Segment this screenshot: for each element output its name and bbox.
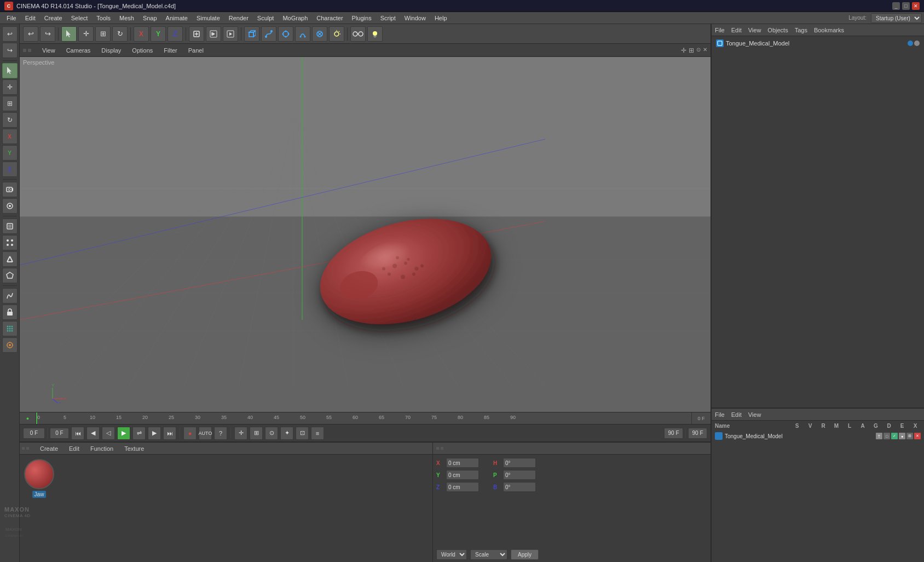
play-button[interactable]: ▶ — [117, 427, 130, 440]
menu-window[interactable]: Window — [400, 14, 430, 22]
play-ping-pong-button[interactable]: ⇌ — [132, 427, 146, 440]
rotate-tool-button[interactable]: ↻ — [2, 112, 18, 128]
toolbar-rotate[interactable]: ↻ — [112, 26, 128, 42]
viewport-icon-3[interactable]: ⊙ — [696, 47, 701, 54]
goto-end-button[interactable]: ⏭ — [163, 427, 176, 440]
motion-btn-6[interactable]: ≡ — [311, 427, 324, 440]
record-button[interactable]: ● — [183, 427, 197, 440]
question-button[interactable]: ? — [214, 427, 227, 440]
tag-2[interactable]: □ — [883, 433, 890, 439]
mat-menu-edit[interactable]: Edit — [67, 444, 82, 453]
obj-menu-objects[interactable]: Objects — [767, 27, 788, 33]
spline-tool-button[interactable] — [2, 288, 18, 303]
attr-row-tongue[interactable]: Tongue_Medical_Model T □ ✓ ● ⊞ ✕ — [715, 431, 921, 441]
obj-menu-tags[interactable]: Tags — [795, 27, 807, 33]
viewport-menu-filter[interactable]: Filter — [161, 46, 179, 55]
drag-handle-2[interactable] — [28, 49, 31, 52]
obj-visibility-dot[interactable] — [908, 41, 913, 46]
menu-sculpt[interactable]: Sculpt — [253, 14, 279, 22]
z-axis-button[interactable]: Z — [2, 162, 18, 177]
toolbar-cube[interactable] — [244, 26, 259, 42]
apply-button[interactable]: Apply — [511, 549, 539, 560]
h-rot-input[interactable] — [503, 458, 536, 468]
toolbar-z[interactable]: Z — [168, 26, 183, 42]
layout-selector[interactable]: Startup (User) — [871, 13, 922, 23]
toolbar-spline2[interactable] — [261, 26, 276, 42]
menu-simulate[interactable]: Simulate — [192, 14, 224, 22]
edge-mode-button[interactable] — [2, 251, 18, 267]
z-pos-input[interactable] — [446, 482, 479, 492]
timeline-ruler[interactable]: 0 5 10 15 20 25 30 35 40 45 50 55 60 65 … — [36, 412, 691, 424]
viewport-icon-4[interactable]: ✕ — [703, 47, 707, 54]
viewport-menu-display[interactable]: Display — [99, 46, 123, 55]
toolbar-glasses[interactable] — [350, 26, 366, 42]
motion-btn-3[interactable]: ⊙ — [265, 427, 278, 440]
polygon-mode-button[interactable] — [2, 268, 18, 283]
coord-space-dropdown[interactable]: World Local — [436, 549, 467, 560]
tag-3[interactable]: ✓ — [891, 433, 898, 439]
menu-plugins[interactable]: Plugins — [348, 14, 376, 22]
x-axis-button[interactable]: X — [2, 129, 18, 144]
toolbar-keyframe[interactable] — [189, 26, 204, 42]
toolbar-null[interactable] — [312, 26, 327, 42]
motion-btn-4[interactable]: ✦ — [280, 427, 293, 440]
toolbar-x[interactable]: X — [134, 26, 149, 42]
tag-5[interactable]: ⊞ — [906, 433, 913, 439]
toolbar-y[interactable]: Y — [151, 26, 166, 42]
viewport-menu-options[interactable]: Options — [130, 46, 155, 55]
obj-item-tongue[interactable]: Tongue_Medical_Model — [714, 38, 922, 48]
obj-render-dot[interactable] — [914, 41, 920, 46]
maximize-button[interactable]: □ — [902, 2, 910, 10]
viewport-icon-2[interactable]: ⊞ — [689, 47, 694, 54]
attr-menu-view[interactable]: View — [748, 411, 761, 418]
viewport-menu-cameras[interactable]: Cameras — [64, 46, 93, 55]
tag-1[interactable]: T — [876, 433, 882, 439]
playback-end-input[interactable] — [664, 428, 683, 439]
menu-file[interactable]: File — [2, 14, 21, 22]
autokey-button[interactable]: AUTO — [199, 427, 212, 440]
tag-close[interactable]: ✕ — [914, 433, 921, 439]
menu-select[interactable]: Select — [67, 14, 93, 22]
point-mode-button[interactable] — [2, 235, 18, 250]
menu-script[interactable]: Script — [376, 14, 400, 22]
toolbar-playback2[interactable] — [223, 26, 238, 42]
obj-menu-file[interactable]: File — [715, 27, 725, 33]
menu-tools[interactable]: Tools — [92, 14, 115, 22]
y-axis-button[interactable]: Y — [2, 145, 18, 160]
viewport-menu-panel[interactable]: Panel — [186, 46, 206, 55]
coord-transform-dropdown[interactable]: Scale Position Rotation — [470, 549, 507, 560]
toolbar-playback1[interactable] — [206, 26, 221, 42]
menu-edit[interactable]: Edit — [21, 14, 40, 22]
obj-menu-edit[interactable]: Edit — [731, 27, 742, 33]
menu-animate[interactable]: Animate — [161, 14, 192, 22]
snap-button[interactable] — [2, 337, 18, 353]
render-button[interactable] — [2, 198, 18, 214]
scale-tool-button[interactable]: ⊞ — [2, 96, 18, 111]
playback-start-input[interactable] — [50, 428, 69, 439]
attr-menu-file[interactable]: File — [715, 411, 725, 418]
play-reverse-button[interactable]: ◁ — [102, 427, 115, 440]
close-button[interactable]: ✕ — [912, 2, 920, 10]
next-frame-button[interactable]: ▶ — [148, 427, 161, 440]
undo-button[interactable]: ↩ — [2, 26, 18, 42]
toolbar-subdiv[interactable] — [278, 26, 293, 42]
toolbar-select-live[interactable] — [61, 26, 77, 42]
toolbar-move[interactable]: ✛ — [78, 26, 94, 42]
grid-button[interactable] — [2, 321, 18, 336]
toolbar-deform[interactable] — [295, 26, 310, 42]
mat-menu-texture[interactable]: Texture — [122, 444, 146, 453]
menu-create[interactable]: Create — [40, 14, 67, 22]
motion-btn-5[interactable]: ⊡ — [296, 427, 309, 440]
select-tool-button[interactable] — [2, 63, 18, 78]
menu-character[interactable]: Character — [312, 14, 347, 22]
menu-mesh[interactable]: Mesh — [115, 14, 138, 22]
mat-drag-2[interactable] — [26, 447, 29, 450]
tag-4[interactable]: ● — [899, 433, 905, 439]
menu-help[interactable]: Help — [430, 14, 452, 22]
viewport-menu-view[interactable]: View — [40, 46, 57, 55]
viewport-icon-1[interactable]: ✛ — [681, 47, 686, 54]
lock-button[interactable] — [2, 305, 18, 320]
mat-menu-create[interactable]: Create — [38, 444, 60, 453]
motion-btn-1[interactable]: ✛ — [234, 427, 247, 440]
p-rot-input[interactable] — [503, 470, 536, 480]
